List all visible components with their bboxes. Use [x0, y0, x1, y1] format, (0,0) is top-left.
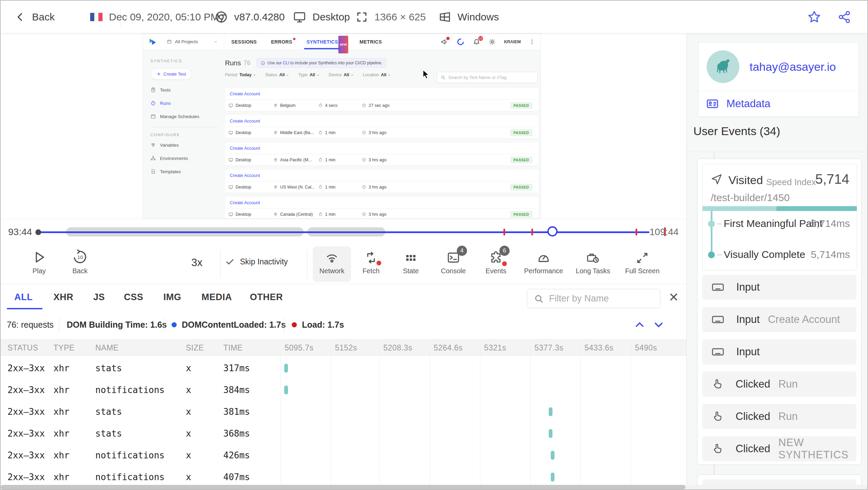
event-item-clicked[interactable]: Clicked Run — [702, 404, 856, 429]
prev-request-button[interactable] — [633, 318, 646, 331]
sidebar-item-manage-schedules[interactable]: Manage Schedules — [150, 114, 225, 119]
sidebar-item-runs[interactable]: Runs — [150, 100, 225, 106]
filter-type[interactable]: TypeAll — [298, 72, 320, 77]
name-filter-input[interactable] — [549, 293, 654, 304]
project-selector[interactable]: All Projects — [167, 39, 218, 44]
metric-value: 5,714ms — [811, 218, 850, 229]
test-search-box — [437, 72, 538, 83]
horizontal-scrollbar-thumb[interactable] — [1, 485, 686, 489]
template-file-icon — [150, 169, 156, 174]
share-button[interactable] — [837, 1, 852, 33]
tool-console-button[interactable]: Console 4 — [433, 248, 474, 275]
sidebar-item-templates[interactable]: Templates — [150, 169, 225, 174]
request-row[interactable]: 2xx–3xxxhrstatsx381ms — [1, 401, 687, 423]
skip-inactivity-toggle[interactable]: Skip Inactivity — [225, 257, 288, 266]
kebab-menu-icon[interactable] — [529, 39, 535, 45]
run-name-link[interactable]: Create Account — [230, 118, 260, 124]
status-badge: PASSED — [510, 102, 532, 109]
tab-errors[interactable]: ERRORS — [271, 34, 292, 50]
sidebar-item-environments[interactable]: Environments — [150, 156, 225, 161]
back-button[interactable]: Back — [14, 1, 55, 33]
run-card[interactable]: Create Account Desktop Middle East (Ba..… — [225, 115, 539, 138]
runs-title: Runs — [225, 59, 241, 67]
tool-performance-button[interactable]: Performance — [523, 248, 564, 275]
cell-time: 384ms — [223, 379, 250, 401]
network-panel: ALL XHR JS CSS IMG MEDIA OTHER ✕ 76: req… — [1, 284, 687, 490]
issue-marker[interactable] — [503, 229, 505, 235]
filter-status[interactable]: StatusAll — [265, 72, 289, 77]
tab-all[interactable]: ALL — [14, 284, 33, 310]
replay-nav: All Projects SESSIONS ERRORS SYNTHETICSN… — [143, 34, 541, 50]
run-card[interactable]: Create Account Desktop Canada (Central) … — [225, 197, 539, 219]
replay-content: Runs 76 Use our CLI to include your Synt… — [225, 50, 541, 219]
announcements-button[interactable] — [441, 38, 448, 46]
visited-card[interactable]: Visited Speed Index 5,714 /test-builder/… — [702, 164, 857, 271]
run-name-link[interactable]: Create Account — [230, 200, 260, 205]
tab-img[interactable]: IMG — [163, 284, 181, 310]
run-duration: 4 secs — [325, 103, 337, 108]
events-alert-dot — [502, 261, 507, 266]
tab-metrics[interactable]: METRICS — [359, 34, 382, 50]
tab-media[interactable]: MEDIA — [202, 284, 232, 310]
request-row[interactable]: 2xx–3xxxhrnotificationsx384ms — [1, 379, 687, 401]
request-row[interactable]: 2xx–3xxxhrstatsx368ms — [1, 423, 687, 444]
tab-css[interactable]: CSS — [124, 284, 143, 310]
tab-other[interactable]: OTHER — [250, 284, 283, 310]
speed-button[interactable]: 3x — [191, 257, 203, 269]
test-search-input[interactable] — [448, 75, 534, 80]
back-10-button[interactable]: 10 Back — [60, 248, 100, 275]
issue-marker[interactable] — [531, 229, 533, 235]
request-row[interactable]: 2xx–3xxxhrstatsx317ms — [1, 357, 687, 379]
notifications-button[interactable]: 13 — [473, 38, 480, 46]
sidebar-item-tests[interactable]: Tests — [150, 87, 225, 93]
run-name-link[interactable]: Create Account — [230, 146, 260, 151]
tool-full-screen-button[interactable]: Full Screen — [622, 248, 663, 275]
tab-sessions[interactable]: SESSIONS — [231, 34, 257, 50]
play-button[interactable]: Play — [19, 248, 60, 275]
tool-long-tasks-button[interactable]: Long Tasks — [573, 248, 613, 275]
filter-period[interactable]: PeriodToday — [225, 72, 256, 77]
event-item-input[interactable]: Input — [702, 339, 856, 364]
metadata-button[interactable]: Metadata — [698, 91, 858, 116]
tab-xhr[interactable]: XHR — [53, 284, 74, 310]
location-pin-icon — [273, 212, 278, 216]
run-card[interactable]: Create Account Desktop Asia Pacific (M..… — [225, 143, 539, 165]
visited-label: Visited — [728, 174, 763, 187]
tool-events-button[interactable]: Events 6 — [476, 248, 516, 275]
close-panel-button[interactable]: ✕ — [669, 290, 679, 305]
request-activity-bar — [551, 451, 554, 460]
timeline-track[interactable] — [38, 231, 649, 233]
request-row[interactable]: 2xx–3xxxhrnotificationsx426ms — [1, 444, 687, 466]
event-item-clicked[interactable]: Clicked NEW SYNTHETICS — [702, 436, 856, 461]
tab-js[interactable]: JS — [93, 284, 105, 310]
tab-synthetics[interactable]: SYNTHETICSNEW — [307, 34, 338, 50]
location-pin-icon — [273, 185, 278, 189]
gear-icon[interactable] — [488, 38, 496, 46]
tool-fetch-button[interactable]: Fetch — [351, 248, 391, 275]
run-card[interactable]: Create Account Desktop Belgium 4 secs 27… — [225, 88, 539, 111]
event-item-input[interactable]: Input Create Account — [702, 307, 856, 332]
next-request-button[interactable] — [652, 318, 665, 331]
cli-link[interactable]: CLI — [283, 61, 289, 65]
tool-state-button[interactable]: State — [390, 248, 431, 275]
monitor-icon — [228, 103, 233, 108]
announcements-alert-dot — [446, 37, 450, 40]
run-name-link[interactable]: Create Account — [230, 173, 260, 178]
favorite-button[interactable] — [807, 1, 822, 33]
event-item-clicked[interactable]: Clicked Run — [702, 372, 856, 397]
playhead-handle[interactable] — [547, 226, 558, 236]
tool-network-button[interactable]: Network — [311, 248, 352, 275]
issue-marker[interactable] — [636, 229, 637, 235]
filter-device[interactable]: DeviceAll — [329, 72, 354, 77]
sidebar-item-variables[interactable]: Variables — [150, 142, 225, 148]
user-name[interactable]: KRAIEM — [504, 39, 521, 44]
event-item-input[interactable]: Input — [702, 275, 856, 300]
run-card[interactable]: Create Account Desktop US West (N. Cal..… — [225, 170, 539, 193]
variables-icon — [150, 142, 156, 148]
horizontal-scrollbar-track — [1, 485, 867, 489]
filter-location[interactable]: LocationAll — [363, 72, 391, 77]
user-email[interactable]: tahay@asayer.io — [750, 60, 836, 74]
run-name-link[interactable]: Create Account — [230, 91, 260, 96]
avatar — [707, 50, 739, 83]
create-test-button[interactable]: Create Test — [150, 68, 192, 80]
